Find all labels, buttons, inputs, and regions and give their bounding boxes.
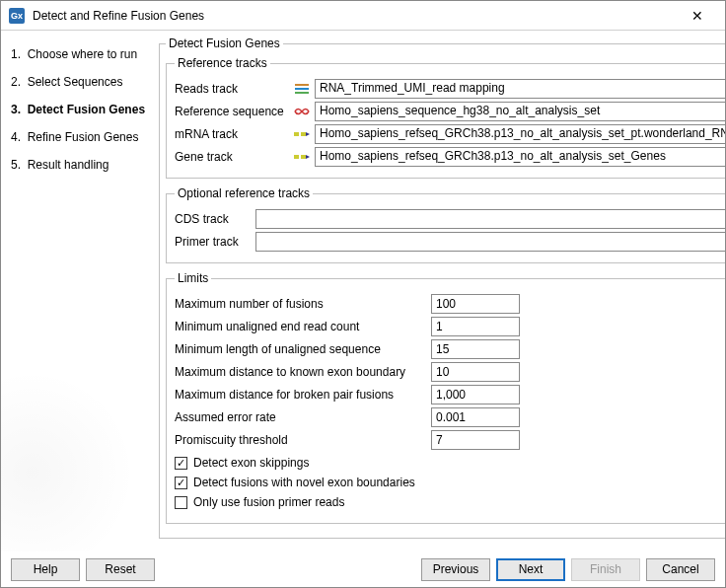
- step-result-handling[interactable]: 5. Result handling: [7, 151, 151, 179]
- svg-rect-8: [301, 132, 306, 136]
- max-broken-pair-input[interactable]: [431, 385, 520, 404]
- reads-track-field[interactable]: RNA_Trimmed_UMI_read mapping: [315, 79, 725, 99]
- min-unaligned-len-input[interactable]: [431, 339, 520, 359]
- titlebar: Gx Detect and Refine Fusion Genes ✕: [1, 1, 725, 31]
- cds-track-label: CDS track: [175, 212, 255, 226]
- reads-track-label: Reads track: [175, 82, 293, 96]
- promiscuity-input[interactable]: [431, 430, 520, 450]
- primer-track-label: Primer track: [175, 235, 255, 249]
- mrna-track-label: mRNA track: [175, 127, 293, 141]
- promiscuity-label: Promiscuity threshold: [175, 433, 431, 447]
- mrna-track-icon: [293, 126, 311, 142]
- reset-button[interactable]: Reset: [86, 558, 155, 581]
- exon-skip-checkbox[interactable]: ✓Detect exon skippings: [175, 456, 725, 470]
- novel-exon-label: Detect fusions with novel exon boundarie…: [193, 476, 415, 489]
- limits-group: Limits Maximum number of fusions Minimum…: [166, 271, 725, 524]
- window-title: Detect and Refine Fusion Genes: [33, 9, 678, 23]
- cds-track-field[interactable]: [255, 209, 725, 229]
- svg-rect-7: [294, 132, 299, 136]
- max-exon-dist-label: Maximum distance to known exon boundary: [175, 365, 431, 379]
- reference-tracks-legend: Reference tracks: [175, 56, 270, 70]
- previous-button[interactable]: Previous: [421, 558, 490, 581]
- primer-reads-checkbox[interactable]: Only use fusion primer reads: [175, 495, 725, 509]
- svg-rect-1: [295, 88, 309, 90]
- max-fusions-label: Maximum number of fusions: [175, 297, 431, 311]
- min-unaligned-len-label: Minimum length of unaligned sequence: [175, 342, 431, 356]
- reference-tracks-group: Reference tracks Reads track RNA_Trimmed…: [166, 56, 725, 179]
- exon-skip-label: Detect exon skippings: [193, 456, 309, 470]
- error-rate-input[interactable]: [431, 407, 520, 427]
- optional-tracks-group: Optional reference tracks CDS track Prim…: [166, 186, 725, 263]
- svg-rect-12: [301, 155, 306, 159]
- reads-track-icon: [293, 81, 311, 97]
- refseq-label: Reference sequence: [175, 105, 293, 118]
- wizard-steps: 1. Choose where to run 2. Select Sequenc…: [1, 31, 157, 551]
- close-button[interactable]: ✕: [678, 2, 717, 30]
- max-exon-dist-input[interactable]: [431, 362, 520, 382]
- next-button[interactable]: Next: [496, 558, 565, 581]
- min-unaligned-count-input[interactable]: [431, 317, 520, 336]
- refseq-field[interactable]: Homo_sapiens_sequence_hg38_no_alt_analys…: [315, 102, 725, 121]
- min-unaligned-count-label: Minimum unaligned end read count: [175, 320, 431, 333]
- detect-fusion-legend: Detect Fusion Genes: [166, 37, 283, 50]
- max-fusions-input[interactable]: [431, 294, 520, 314]
- main-panel: Detect Fusion Genes Reference tracks Rea…: [157, 31, 725, 551]
- step-refine-fusion[interactable]: 4. Refine Fusion Genes: [7, 123, 151, 151]
- checkbox-icon: ✓: [175, 477, 187, 489]
- gene-track-icon: [293, 149, 311, 165]
- refseq-icon: [293, 104, 311, 119]
- optional-tracks-legend: Optional reference tracks: [175, 186, 313, 200]
- detect-fusion-group: Detect Fusion Genes Reference tracks Rea…: [159, 37, 725, 539]
- limits-legend: Limits: [175, 271, 211, 285]
- checkbox-icon: ✓: [175, 457, 187, 470]
- error-rate-label: Assumed error rate: [175, 410, 431, 424]
- gene-track-field[interactable]: Homo_sapiens_refseq_GRCh38.p13_no_alt_an…: [315, 147, 725, 167]
- finish-button: Finish: [571, 558, 640, 581]
- app-icon: Gx: [9, 8, 25, 24]
- step-select-sequences[interactable]: 2. Select Sequences: [7, 68, 151, 96]
- step-choose-where[interactable]: 1. Choose where to run: [7, 40, 151, 68]
- step-detect-fusion[interactable]: 3. Detect Fusion Genes: [7, 96, 151, 123]
- primer-track-field[interactable]: [255, 232, 725, 252]
- svg-rect-0: [295, 84, 309, 86]
- novel-exon-checkbox[interactable]: ✓Detect fusions with novel exon boundari…: [175, 476, 725, 489]
- max-broken-pair-label: Maximum distance for broken pair fusions: [175, 388, 431, 402]
- footer: Help Reset Previous Next Finish Cancel: [1, 551, 725, 587]
- gene-track-label: Gene track: [175, 150, 293, 164]
- checkbox-icon: [175, 496, 187, 509]
- primer-reads-label: Only use fusion primer reads: [193, 495, 344, 509]
- mrna-track-field[interactable]: Homo_sapiens_refseq_GRCh38.p13_no_alt_an…: [315, 124, 725, 144]
- cancel-button[interactable]: Cancel: [646, 558, 715, 581]
- svg-rect-2: [295, 92, 309, 94]
- help-button[interactable]: Help: [11, 558, 80, 581]
- svg-rect-11: [294, 155, 299, 159]
